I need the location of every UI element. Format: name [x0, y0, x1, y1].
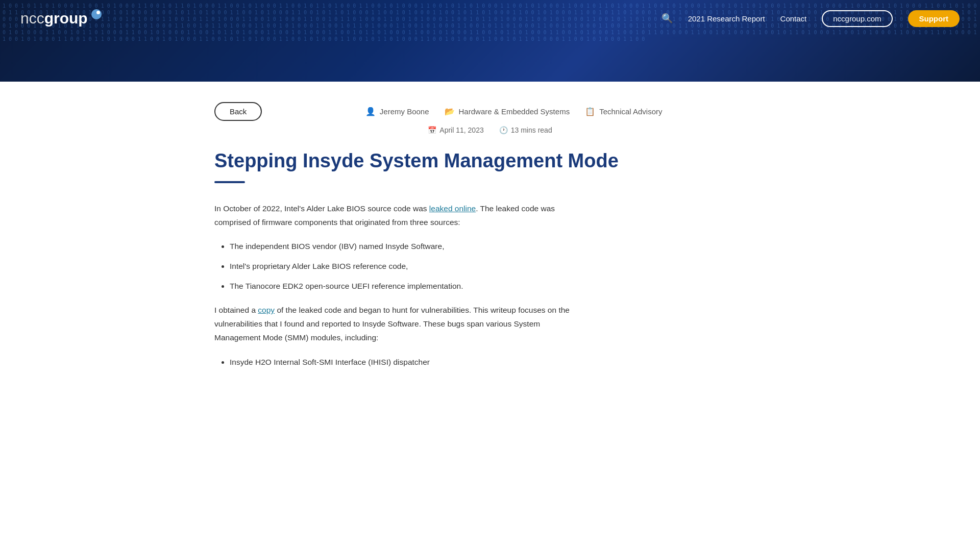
article-list-2: Insyde H2O Internal Soft-SMI Interface (… — [230, 355, 572, 369]
logo-area[interactable]: nccgroup — [20, 10, 102, 27]
article-intro-paragraph: In October of 2022, Intel's Alder Lake B… — [214, 202, 572, 229]
list-item-1: The independent BIOS vendor (IBV) named … — [230, 239, 572, 253]
nccgroup-website-button[interactable]: nccgroup.com — [822, 10, 892, 27]
meta-sub-row: 📅 April 11, 2023 🕐 13 mins read — [214, 126, 766, 134]
tag-name: Technical Advisory — [599, 107, 662, 116]
copy-link[interactable]: copy — [258, 306, 275, 314]
article-paragraph-2: I obtained a copy of the leaked code and… — [214, 303, 572, 344]
read-time: 13 mins read — [511, 126, 552, 134]
meta-info: 👤 Jeremy Boone 📂 Hardware & Embedded Sys… — [262, 107, 766, 116]
list-item-3: The Tianocore EDK2 open-source UEFI refe… — [230, 279, 572, 293]
page-content: Back 👤 Jeremy Boone 📂 Hardware & Embedde… — [184, 82, 796, 420]
read-time-info: 🕐 13 mins read — [499, 126, 552, 134]
tag-info: 📋 Technical Advisory — [585, 107, 662, 116]
search-icon[interactable]: 🔍 — [662, 13, 673, 24]
contact-link[interactable]: Contact — [780, 14, 807, 23]
article-divider — [214, 181, 245, 183]
back-button[interactable]: Back — [214, 102, 262, 121]
author-name: Jeremy Boone — [380, 107, 429, 116]
article-body: In October of 2022, Intel's Alder Lake B… — [214, 202, 572, 369]
tag-icon: 📋 — [585, 107, 595, 116]
research-report-link[interactable]: 2021 Research Report — [688, 14, 765, 23]
article-date: April 11, 2023 — [439, 126, 483, 134]
article-title: Stepping Insyde System Management Mode — [214, 149, 766, 173]
para2-before: I obtained a — [214, 306, 258, 314]
meta-row: Back 👤 Jeremy Boone 📂 Hardware & Embedde… — [214, 102, 766, 121]
list-item-4: Insyde H2O Internal Soft-SMI Interface (… — [230, 355, 572, 369]
support-button[interactable]: Support — [908, 10, 960, 27]
article-list-1: The independent BIOS vendor (IBV) named … — [230, 239, 572, 293]
calendar-icon: 📅 — [428, 126, 436, 134]
author-info: 👤 Jeremy Boone — [365, 107, 429, 116]
clock-icon: 🕐 — [499, 126, 508, 134]
date-info: 📅 April 11, 2023 — [428, 126, 483, 134]
category-info: 📂 Hardware & Embedded Systems — [445, 107, 570, 116]
category-icon: 📂 — [445, 107, 455, 116]
navbar: nccgroup 🔍 2021 Research Report Contact … — [0, 0, 980, 37]
hero-banner: 1 0 0 1 0 1 1 0 1 0 0 0 1 1 0 0 1 0 1 0 … — [0, 0, 980, 82]
list-item-2: Intel's proprietary Alder Lake BIOS refe… — [230, 259, 572, 273]
nav-links: 🔍 2021 Research Report Contact nccgroup.… — [662, 10, 960, 27]
leaked-online-link[interactable]: leaked online — [429, 204, 476, 213]
category-name: Hardware & Embedded Systems — [459, 107, 570, 116]
author-icon: 👤 — [365, 107, 376, 116]
